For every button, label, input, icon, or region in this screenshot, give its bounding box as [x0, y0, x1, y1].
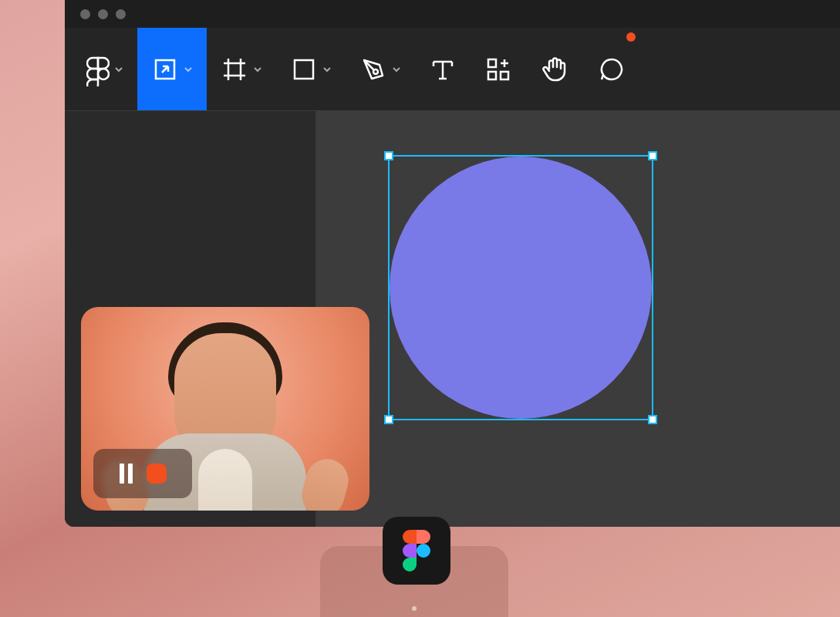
chevron-down-icon — [184, 65, 193, 74]
dock-running-indicator-icon — [412, 606, 417, 611]
chevron-down-icon — [392, 65, 401, 74]
comment-tool-button[interactable] — [583, 28, 640, 110]
screen-recording-overlay[interactable] — [81, 307, 369, 511]
svg-rect-4 — [488, 59, 496, 67]
close-window-button[interactable] — [80, 9, 90, 19]
hand-tool-button[interactable] — [526, 28, 583, 110]
svg-point-3 — [373, 69, 378, 74]
resize-handle-top-left[interactable] — [384, 151, 393, 160]
main-toolbar — [65, 28, 840, 111]
minimize-window-button[interactable] — [98, 9, 108, 19]
figma-menu-button[interactable] — [65, 28, 137, 110]
frame-icon — [221, 56, 248, 83]
chevron-down-icon — [253, 65, 262, 74]
resize-handle-bottom-right[interactable] — [648, 415, 657, 424]
frame-tool-button[interactable] — [207, 28, 276, 110]
design-canvas[interactable] — [316, 111, 840, 527]
selection-bounds[interactable] — [388, 155, 653, 420]
svg-point-0 — [98, 69, 109, 79]
resize-handle-top-right[interactable] — [648, 151, 657, 160]
svg-rect-6 — [501, 72, 508, 79]
text-icon — [429, 56, 457, 83]
chevron-down-icon — [114, 65, 123, 74]
comment-icon — [597, 55, 626, 84]
maximize-window-button[interactable] — [116, 9, 126, 19]
recording-controls — [93, 449, 192, 498]
desktop-background — [0, 0, 840, 617]
record-stop-button[interactable] — [147, 464, 167, 484]
pen-tool-button[interactable] — [346, 28, 415, 110]
svg-rect-5 — [488, 72, 496, 79]
hand-icon — [540, 55, 569, 84]
chevron-down-icon — [322, 65, 332, 74]
figma-logo-icon — [403, 530, 430, 571]
move-scale-icon — [151, 56, 179, 83]
dock-app-figma[interactable] — [383, 517, 450, 585]
figma-icon — [86, 52, 110, 86]
move-tool-button[interactable] — [137, 28, 207, 110]
pen-icon — [359, 56, 387, 83]
resources-tool-button[interactable] — [471, 28, 526, 110]
ellipse-shape[interactable] — [390, 157, 652, 419]
resize-handle-bottom-left[interactable] — [384, 415, 393, 424]
svg-rect-2 — [295, 60, 313, 79]
add-component-icon — [484, 56, 512, 83]
notification-dot-icon — [626, 32, 636, 42]
window-titlebar — [65, 0, 840, 28]
text-tool-button[interactable] — [415, 28, 471, 110]
rectangle-icon — [290, 56, 318, 83]
shape-tool-button[interactable] — [276, 28, 346, 110]
pause-button[interactable] — [120, 464, 133, 484]
